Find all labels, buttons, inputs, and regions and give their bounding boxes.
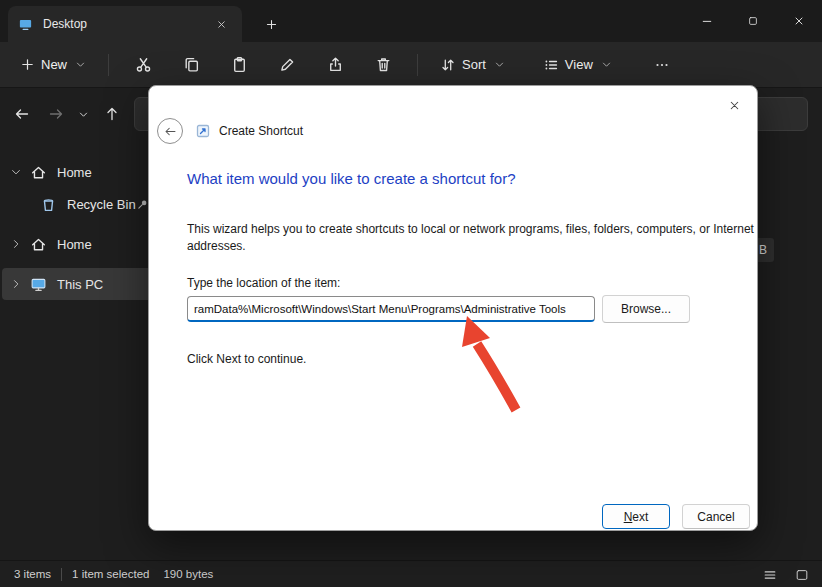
cancel-button[interactable]: Cancel: [682, 504, 750, 529]
continue-hint: Click Next to continue.: [187, 352, 306, 366]
sidebar-item-recycle-bin[interactable]: Recycle Bin: [2, 188, 152, 220]
sidebar-item-label: Home: [57, 165, 152, 180]
location-label: Type the location of the item:: [187, 276, 340, 290]
up-button[interactable]: [96, 98, 128, 130]
recent-locations-button[interactable]: [72, 98, 94, 130]
forward-button[interactable]: [40, 98, 72, 130]
large-icons-view-button[interactable]: [790, 564, 814, 585]
close-icon: [216, 19, 227, 30]
close-icon: [728, 99, 741, 112]
chevron-down-icon: [78, 109, 89, 120]
next-button[interactable]: Next: [602, 504, 670, 529]
close-window-button[interactable]: [776, 0, 822, 42]
create-shortcut-dialog: Create Shortcut What item would you like…: [148, 85, 758, 531]
share-button[interactable]: [315, 49, 355, 81]
home-icon: [30, 164, 47, 181]
browse-button[interactable]: Browse...: [602, 295, 690, 323]
selection-size: 190 bytes: [163, 568, 213, 580]
dialog-description: This wizard helps you to create shortcut…: [187, 221, 767, 255]
new-button-label: New: [41, 57, 67, 72]
plus-icon: [265, 18, 278, 31]
divider: [108, 54, 109, 76]
sidebar-item-this-pc[interactable]: This PC: [2, 268, 152, 300]
details-view-button[interactable]: [758, 564, 782, 585]
rename-button[interactable]: [267, 49, 307, 81]
copy-button[interactable]: [171, 49, 211, 81]
sidebar-item-home-2[interactable]: Home: [2, 228, 152, 260]
more-options-button[interactable]: [642, 49, 682, 81]
copy-icon: [183, 56, 200, 73]
back-button[interactable]: [157, 118, 183, 144]
desktop-tab-icon: [18, 17, 33, 32]
share-icon: [327, 56, 344, 73]
view-toggles: [758, 561, 814, 587]
divider: [417, 54, 418, 76]
dialog-heading: What item would you like to create a sho…: [187, 170, 515, 187]
home-icon: [30, 236, 47, 253]
command-bar: New Sort: [0, 42, 822, 88]
window-controls: [684, 0, 822, 42]
maximize-icon: [747, 15, 759, 27]
new-button[interactable]: New: [12, 49, 94, 81]
sort-button-label: Sort: [462, 57, 486, 72]
next-button-mnemonic: N: [624, 510, 633, 524]
this-pc-icon: [30, 276, 47, 293]
chevron-right-icon[interactable]: [10, 238, 22, 250]
dialog-close-button[interactable]: [719, 92, 749, 118]
sort-icon: [440, 57, 456, 73]
tab-desktop[interactable]: Desktop: [8, 6, 242, 42]
close-icon: [793, 15, 805, 27]
sidebar-item-label: This PC: [57, 277, 152, 292]
chevron-down-icon: [601, 59, 612, 70]
titlebar: Desktop: [0, 0, 822, 42]
next-button-label: ext: [632, 510, 648, 524]
dialog-header: Create Shortcut: [157, 116, 303, 146]
chevron-right-icon[interactable]: [10, 278, 22, 290]
chevron-down-icon[interactable]: [10, 166, 22, 178]
large-icons-view-icon: [795, 568, 809, 582]
cut-button[interactable]: [123, 49, 163, 81]
dialog-title: Create Shortcut: [219, 124, 303, 138]
pin-icon: [136, 198, 149, 211]
delete-icon: [375, 56, 392, 73]
plus-icon: [20, 57, 35, 72]
tab-title: Desktop: [43, 17, 210, 31]
back-button[interactable]: [6, 98, 38, 130]
up-arrow-icon: [104, 106, 120, 122]
divider: [61, 568, 62, 581]
details-view-icon: [763, 568, 777, 582]
chevron-down-icon: [75, 59, 86, 70]
maximize-button[interactable]: [730, 0, 776, 42]
new-tab-button[interactable]: [258, 12, 284, 36]
forward-arrow-icon: [48, 106, 64, 122]
view-icon: [543, 57, 559, 73]
ellipsis-icon: [654, 57, 670, 73]
view-button[interactable]: View: [535, 49, 620, 81]
location-input[interactable]: [187, 296, 595, 322]
back-arrow-icon: [164, 125, 177, 138]
tab-close-icon[interactable]: [210, 13, 232, 35]
recycle-bin-icon: [40, 196, 57, 213]
sort-button[interactable]: Sort: [432, 49, 513, 81]
shortcut-icon: [195, 123, 211, 139]
paste-button[interactable]: [219, 49, 259, 81]
selection-status: 1 item selected: [72, 568, 149, 580]
back-arrow-icon: [14, 106, 30, 122]
view-button-label: View: [565, 57, 593, 72]
sidebar-item-home[interactable]: Home: [2, 156, 152, 188]
items-count: 3 items: [14, 568, 51, 580]
cut-icon: [135, 56, 152, 73]
sidebar-item-label: Recycle Bin: [67, 197, 136, 212]
paste-icon: [231, 56, 248, 73]
chevron-down-icon: [494, 59, 505, 70]
minimize-icon: [701, 15, 713, 27]
rename-icon: [279, 56, 296, 73]
status-bar: 3 items 1 item selected 190 bytes: [0, 560, 822, 587]
delete-button[interactable]: [363, 49, 403, 81]
sidebar-item-label: Home: [57, 237, 152, 252]
minimize-button[interactable]: [684, 0, 730, 42]
